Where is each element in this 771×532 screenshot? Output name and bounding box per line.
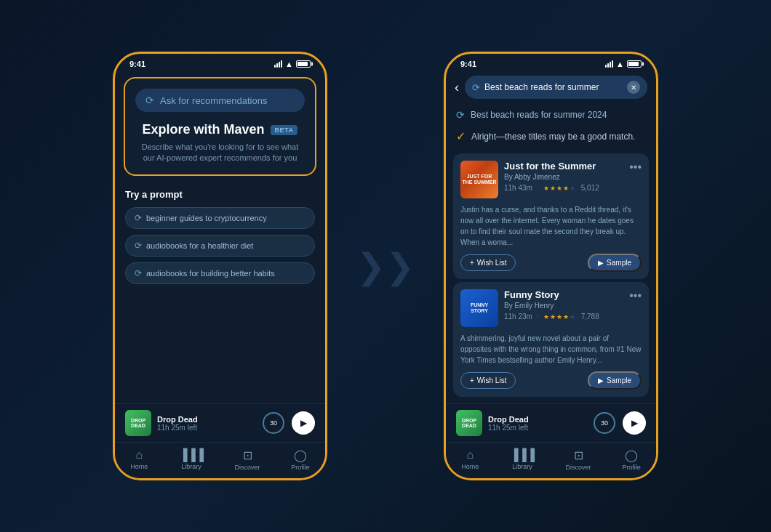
- replay-button-right[interactable]: 30: [594, 412, 615, 434]
- discover-icon-right: ⊡: [574, 448, 583, 462]
- status-icons-right: ▲: [605, 60, 642, 68]
- nav-library-right[interactable]: ▐▐▐ Library: [510, 448, 535, 471]
- nav-library-label-left: Library: [181, 463, 201, 470]
- check-icon: ✓: [456, 129, 466, 143]
- book-more-1[interactable]: •••: [629, 161, 642, 174]
- player-controls-left: 30 ▶: [263, 411, 315, 435]
- star-2-3: ★: [556, 313, 562, 321]
- maven-section: ⟳ Ask for recommendations Explore with M…: [124, 77, 316, 176]
- book-card-2-header: FUNNY STORY Funny Story By Emily Henry 1…: [460, 289, 642, 327]
- home-icon-right: ⌂: [466, 448, 474, 462]
- beta-badge: BETA: [271, 125, 298, 135]
- player-cover-right: DROP DEAD: [456, 410, 482, 436]
- wifi-icon-right: ▲: [616, 60, 624, 68]
- book-meta-2: Funny Story By Emily Henry 11h 23m · ★ ★…: [504, 289, 623, 321]
- nav-profile-right[interactable]: ◯ Profile: [622, 448, 641, 471]
- book-stats-2: 11h 23m · ★ ★ ★ ★ ★ 7,788: [504, 313, 623, 321]
- match-row: ✓ Alright—these titles may be a good mat…: [446, 126, 656, 150]
- replay-label-right: 30: [601, 419, 608, 427]
- star-2-1: ★: [543, 313, 549, 321]
- nav-discover-right[interactable]: ⊡ Discover: [566, 448, 591, 471]
- book-card-2: FUNNY STORY Funny Story By Emily Henry 1…: [453, 282, 649, 397]
- prompt-chip-icon-3: ⟳: [135, 268, 142, 278]
- star-1-5: ★: [570, 185, 575, 192]
- signal-icon: [274, 60, 282, 68]
- profile-icon-left: ◯: [294, 448, 307, 462]
- play-button-right[interactable]: ▶: [623, 411, 646, 435]
- nav-profile-left[interactable]: ◯ Profile: [291, 448, 310, 471]
- suggestion-row[interactable]: ⟳ Best beach reads for summer 2024: [446, 103, 656, 126]
- prompt-chip-icon-2: ⟳: [135, 241, 142, 251]
- books-scroll-area[interactable]: JUST FOR THE SUMMER Just for the Summer …: [446, 150, 656, 403]
- prompt-chip-text-2: audiobooks for a healthier diet: [146, 241, 253, 250]
- player-title-right: Drop Dead: [488, 415, 594, 424]
- status-bar-right: 9:41 ▲: [446, 54, 656, 71]
- rating-count-2: 7,788: [581, 313, 599, 321]
- wish-list-plus-2: +: [470, 376, 474, 384]
- player-info-right: Drop Dead 11h 25m left: [488, 415, 594, 432]
- library-icon-right: ▐▐▐: [510, 448, 535, 462]
- star-1-1: ★: [543, 185, 549, 192]
- wish-list-button-1[interactable]: + Wish List: [460, 254, 516, 271]
- left-phone: 9:41 ▲ ⟳ Ask for recommendations Explore…: [113, 52, 327, 480]
- sample-button-1[interactable]: ▶ Sample: [588, 254, 642, 272]
- prompt-chip-icon-1: ⟳: [135, 213, 142, 223]
- book-cover-1: JUST FOR THE SUMMER: [460, 161, 498, 198]
- nav-home-right[interactable]: ⌂ Home: [461, 448, 479, 471]
- wifi-icon: ▲: [285, 60, 293, 68]
- home-icon-left: ⌂: [135, 448, 143, 462]
- star-1-2: ★: [550, 185, 556, 192]
- book-card-1-header: JUST FOR THE SUMMER Just for the Summer …: [460, 161, 642, 198]
- nav-bar-left: ⌂ Home ▐▐▐ Library ⊡ Discover ◯ Profile: [115, 442, 325, 478]
- player-time-right: 11h 25m left: [488, 424, 594, 432]
- nav-bar-right: ⌂ Home ▐▐▐ Library ⊡ Discover ◯ Profile: [446, 442, 656, 478]
- clear-search-button[interactable]: ✕: [627, 81, 640, 94]
- wish-list-plus-1: +: [470, 259, 474, 267]
- player-cover-left: DROP DEAD: [125, 410, 151, 436]
- search-icon-right: ⟳: [472, 82, 480, 93]
- profile-icon-right: ◯: [625, 448, 638, 462]
- status-time-right: 9:41: [460, 60, 476, 68]
- sample-button-2[interactable]: ▶ Sample: [588, 371, 642, 390]
- wish-list-label-2: Wish List: [477, 376, 507, 384]
- book-author-2: By Emily Henry: [504, 302, 623, 310]
- star-1-4: ★: [563, 185, 569, 192]
- sample-play-icon-2: ▶: [598, 376, 604, 384]
- transition-chevron: ❯❯: [356, 246, 415, 286]
- player-controls-right: 30 ▶: [594, 411, 646, 435]
- nav-library-label-right: Library: [512, 463, 532, 470]
- nav-discover-left[interactable]: ⊡ Discover: [235, 448, 260, 471]
- nav-home-label-right: Home: [461, 463, 479, 470]
- nav-home-left[interactable]: ⌂ Home: [130, 448, 148, 471]
- battery-icon-right: [627, 60, 642, 68]
- book-card-1: JUST FOR THE SUMMER Just for the Summer …: [453, 153, 649, 279]
- status-time-left: 9:41: [129, 60, 145, 68]
- nav-library-left[interactable]: ▐▐▐ Library: [179, 448, 204, 471]
- maven-search-bar[interactable]: ⟳ Ask for recommendations: [135, 89, 305, 112]
- maven-title-row: Explore with Maven BETA: [135, 122, 305, 137]
- wish-list-button-2[interactable]: + Wish List: [460, 372, 516, 389]
- search-query-text: Best beach reads for summer: [484, 82, 623, 92]
- player-title-left: Drop Dead: [157, 415, 263, 424]
- prompt-chip-3[interactable]: ⟳ audiobooks for building better habits: [125, 262, 315, 284]
- book-title-1: Just for the Summer: [504, 161, 623, 172]
- book-more-2[interactable]: •••: [629, 289, 642, 302]
- nav-profile-label-right: Profile: [622, 464, 641, 471]
- try-prompt-section: Try a prompt ⟳ beginner guides to crypto…: [115, 182, 325, 297]
- star-2-5: ★: [570, 313, 575, 321]
- play-button-left[interactable]: ▶: [292, 411, 315, 435]
- player-bar-left: DROP DEAD Drop Dead 11h 25m left 30 ▶: [115, 403, 325, 442]
- right-phone: 9:41 ▲ ‹ ⟳ Best beach reads for summer ✕: [444, 52, 658, 480]
- book-title-2: Funny Story: [504, 289, 623, 300]
- prompt-chip-1[interactable]: ⟳ beginner guides to cryptocurrency: [125, 207, 315, 229]
- replay-button-left[interactable]: 30: [263, 412, 284, 434]
- dot-separator-1: ·: [537, 184, 539, 192]
- sample-label-2: Sample: [607, 376, 631, 384]
- dot-separator-2: ·: [537, 313, 539, 321]
- back-button[interactable]: ‹: [455, 80, 459, 95]
- prompt-chip-2[interactable]: ⟳ audiobooks for a healthier diet: [125, 235, 315, 257]
- book-actions-2: + Wish List ▶ Sample: [460, 371, 642, 390]
- nav-profile-label-left: Profile: [291, 464, 310, 471]
- search-bar-right[interactable]: ⟳ Best beach reads for summer ✕: [465, 76, 647, 99]
- maven-search-placeholder: Ask for recommendations: [160, 95, 267, 106]
